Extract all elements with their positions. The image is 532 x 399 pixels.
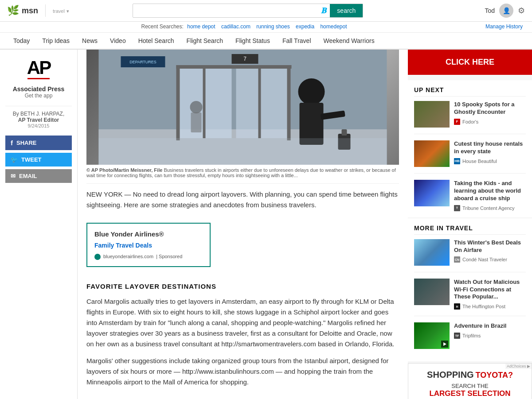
news-title[interactable]: Taking the Kids - and learning about the… [454, 180, 526, 202]
search-button[interactable]: search [330, 4, 363, 17]
nav-flight-search[interactable]: Flight Search [180, 33, 229, 49]
msn-text: msn [22, 6, 38, 15]
source-name: Condé Nast Traveler [462, 257, 507, 262]
nav-hotel-search[interactable]: Hotel Search [132, 33, 180, 49]
source-name: House Beautiful [462, 159, 497, 164]
source-name: Tribune Content Agency [462, 205, 515, 211]
news-source-row: CN Condé Nast Traveler [454, 256, 526, 263]
svg-rect-20 [99, 138, 387, 165]
news-item: Taking the Kids - and learning about the… [414, 180, 526, 211]
more-in-travel-section: MORE IN TRAVEL This Winter's Best Deals … [408, 218, 532, 362]
recent-search-item[interactable]: running shoes [256, 23, 289, 30]
news-source-row: TF Tripfilms [454, 333, 526, 339]
news-source-row: T Tribune Content Agency [454, 205, 526, 211]
source-name: Fodor's [462, 119, 478, 124]
nav-today[interactable]: Today [7, 33, 36, 49]
author-by: By BETH J. HARPAZ, [5, 111, 72, 117]
news-title[interactable]: Watch Out for Malicious Wi-Fi Connection… [454, 279, 526, 301]
ad-logo-icon [94, 254, 101, 260]
article-paragraph-2: Carol Margolis actually tries to get lay… [86, 296, 399, 349]
source-logo-icon: CN [454, 256, 460, 263]
svg-point-11 [298, 78, 325, 105]
author-title: AP Travel Editor [5, 117, 72, 123]
avatar[interactable]: 👤 [499, 4, 513, 18]
search-bar: 𝐁 search [133, 4, 363, 18]
news-source-row: HB House Beautiful [454, 158, 526, 164]
bing-icon: 𝐁 [317, 4, 330, 17]
article-caption: © AP Photo/Martin Meissner, File Busines… [86, 165, 399, 184]
news-title[interactable]: Cutest tiny house rentals in every state [454, 140, 526, 155]
news-thumbnail [414, 322, 450, 349]
nav-trip-ideas[interactable]: Trip Ideas [36, 33, 76, 49]
news-title[interactable]: This Winter's Best Deals On Airfare [454, 239, 526, 254]
main-layout: AP Associated Press Get the app By BETH … [0, 50, 532, 399]
toyota-advertisement[interactable]: AdChoices ▶ SHOPPING TOYOTA? SEARCH THE … [408, 363, 532, 399]
news-item: 10 Spooky Spots for a Ghostly Encounter … [414, 101, 526, 134]
toyota-largest-text: LARGEST SELECTION [415, 389, 525, 398]
username-label: Tod [485, 7, 495, 14]
nav-fall-travel[interactable]: Fall Travel [276, 33, 317, 49]
toyota-shopping-text: SHOPPING TOYOTA? [415, 370, 525, 380]
source-logo-icon: H [454, 303, 460, 310]
caption-credit: © AP Photo/Martin Meissner, File [86, 167, 162, 173]
tweet-button[interactable]: 🐦 TWEET [5, 153, 72, 167]
header-divider [45, 4, 46, 17]
search-input[interactable] [133, 4, 317, 17]
news-source-row: F Fodor's [454, 119, 526, 125]
news-thumbnail [414, 239, 450, 266]
svg-rect-3 [236, 67, 289, 138]
article-hero-image: 7 DEPARTURES [86, 50, 399, 165]
ad-choices-label: AdChoices ▶ [505, 364, 532, 369]
news-thumbnail [414, 180, 450, 206]
recent-search-item[interactable]: homedepot [320, 23, 347, 30]
msn-logo[interactable]: 🌿 msn [7, 5, 38, 16]
gear-icon[interactable]: ⚙ [518, 6, 525, 15]
news-item: Watch Out for Malicious Wi-Fi Connection… [414, 279, 526, 317]
svg-rect-7 [203, 67, 206, 138]
ap-logo: AP [27, 58, 50, 82]
news-item: Adventure in Brazil TF Tripfilms [414, 322, 526, 355]
source-name: Tripfilms [462, 333, 481, 338]
news-title[interactable]: Adventure in Brazil [454, 322, 526, 330]
bing-logo: 𝐁 [321, 6, 326, 15]
news-thumbnail [414, 140, 450, 167]
svg-text:7: 7 [243, 56, 246, 62]
manage-history-link[interactable]: Manage History [485, 23, 523, 30]
toyota-search-text: SEARCH THE [415, 383, 525, 389]
nav-news[interactable]: News [76, 33, 104, 49]
news-item: Cutest tiny house rentals in every state… [414, 140, 526, 174]
ap-underline [27, 78, 50, 79]
news-thumbnail [414, 101, 450, 128]
up-next-section: UP NEXT 10 Spooky Spots for a Ghostly En… [408, 80, 532, 217]
source-logo-icon: T [454, 205, 460, 211]
news-item: This Winter's Best Deals On Airfare CN C… [414, 239, 526, 272]
news-source-row: H The Huffington Post [454, 303, 526, 310]
recent-searches-bar: Recent Searches: home depot cadillac.com… [0, 22, 532, 33]
recent-search-item[interactable]: home depot [187, 23, 215, 30]
recent-search-item[interactable]: expedia [296, 23, 314, 30]
share-button[interactable]: f SHARE [5, 136, 72, 150]
ad-sponsored-label: | Sponsored [156, 253, 182, 261]
nav-video[interactable]: Video [104, 33, 132, 49]
ap-name: Associated Press [13, 85, 65, 93]
article-paragraph-3: Margolis' other suggestions include taki… [86, 356, 399, 387]
ad-domain: blueyonderairlines.com [103, 253, 153, 261]
ap-app-link[interactable]: Get the app [25, 93, 53, 99]
article-area: 7 DEPARTURES © AP Photo/Martin Me [78, 50, 408, 399]
news-thumbnail [414, 279, 450, 305]
news-title[interactable]: 10 Spooky Spots for a Ghostly Encounter [454, 101, 526, 116]
news-info: Cutest tiny house rentals in every state… [454, 140, 526, 164]
nav-weekend-warriors[interactable]: Weekend Warriors [317, 33, 381, 49]
click-here-button[interactable]: CLICK HERE [408, 50, 532, 75]
news-info: Taking the Kids - and learning about the… [454, 180, 526, 211]
travel-nav-label[interactable]: travel ▾ [53, 7, 69, 15]
author-info: By BETH J. HARPAZ, AP Travel Editor 9/24… [5, 106, 72, 128]
article-paragraph-1: NEW YORK — No need to dread long airport… [86, 189, 399, 210]
nav-flight-status[interactable]: Flight Status [229, 33, 276, 49]
social-buttons: f SHARE 🐦 TWEET ✉ EMAIL [5, 136, 72, 183]
recent-search-item[interactable]: cadillac.com [221, 23, 250, 30]
advertisement-box[interactable]: Blue Yonder Airlines® Family Travel Deal… [86, 223, 211, 267]
news-info: Watch Out for Malicious Wi-Fi Connection… [454, 279, 526, 310]
email-button[interactable]: ✉ EMAIL [5, 169, 72, 183]
nav-bar: Today Trip Ideas News Video Hotel Search… [0, 33, 532, 50]
